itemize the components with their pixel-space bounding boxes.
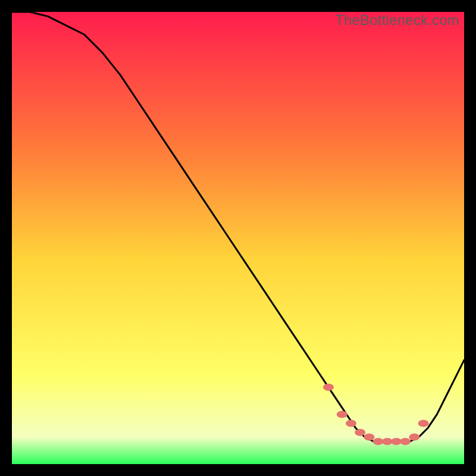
marker-point <box>418 420 429 427</box>
marker-point <box>355 429 365 436</box>
bottleneck-chart <box>12 12 464 464</box>
gradient-background <box>12 12 464 464</box>
marker-point <box>323 384 334 391</box>
chart-frame: TheBottleneck.com <box>12 12 464 464</box>
watermark-text: TheBottleneck.com <box>335 12 459 29</box>
marker-point <box>364 433 374 440</box>
marker-point <box>400 438 411 445</box>
marker-point <box>346 420 356 427</box>
marker-point <box>337 411 347 418</box>
marker-point <box>409 433 419 440</box>
